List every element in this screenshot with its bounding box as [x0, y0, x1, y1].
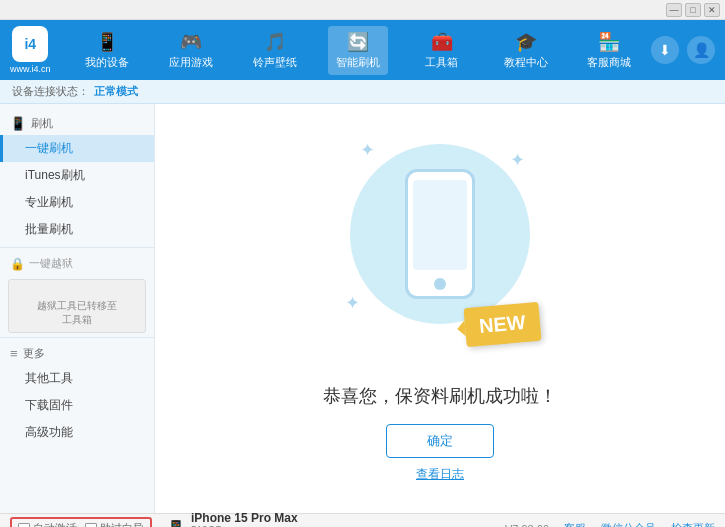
- device-area: 自动激活 助过向导 📱 iPhone 15 Pro Max 512GB iPho…: [10, 511, 505, 528]
- phone-circle-bg: [350, 144, 530, 324]
- auto-activate-checkbox[interactable]: 自动激活: [18, 521, 77, 527]
- update-link[interactable]: 检查更新: [671, 521, 715, 527]
- phone-screen: [413, 180, 467, 270]
- nav-my-device[interactable]: 📱 我的设备: [77, 26, 137, 75]
- sidebar-item-other-tools[interactable]: 其他工具: [0, 365, 154, 392]
- sidebar: 📱 刷机 一键刷机 iTunes刷机 专业刷机 批量刷机 🔒 一键越狱: [0, 104, 155, 513]
- sidebar-divider-2: [0, 337, 154, 338]
- sidebar-item-advanced[interactable]: 高级功能: [0, 419, 154, 446]
- auto-activate-check[interactable]: [18, 523, 30, 528]
- header-actions: ⬇ 👤: [651, 36, 715, 64]
- sparkle-3: ✦: [345, 292, 360, 314]
- sidebar-item-itunes-flash[interactable]: iTunes刷机: [0, 162, 154, 189]
- more-section-icon: ≡: [10, 346, 18, 361]
- nav-ringtones-label: 铃声壁纸: [253, 55, 297, 70]
- sparkle-1: ✦: [360, 139, 375, 161]
- nav-service[interactable]: 🏪 客服商城: [579, 26, 639, 75]
- nav-apps-games[interactable]: 🎮 应用游戏: [161, 26, 221, 75]
- sidebar-item-pro-flash[interactable]: 专业刷机: [0, 189, 154, 216]
- nav-tutorial[interactable]: 🎓 教程中心: [496, 26, 556, 75]
- phone-home-btn: [434, 278, 446, 290]
- flash-section-icon: 📱: [10, 116, 26, 131]
- main-content: ✦ ✦ ✦ NEW 恭喜您，保资料刷机成功啦！ 确定 查看日志: [155, 104, 725, 513]
- apps-games-icon: 🎮: [180, 31, 202, 53]
- device-info: 📱 iPhone 15 Pro Max 512GB iPhone: [166, 511, 298, 528]
- phone-illustration: ✦ ✦ ✦ NEW: [340, 134, 540, 364]
- nav-toolbox-label: 工具箱: [425, 55, 458, 70]
- guided-activate-label: 助过向导: [100, 521, 144, 527]
- nav-ringtones[interactable]: 🎵 铃声壁纸: [245, 26, 305, 75]
- sidebar-item-onekey-flash[interactable]: 一键刷机: [0, 135, 154, 162]
- window-close[interactable]: ✕: [704, 3, 720, 17]
- nav-smart-flash-label: 智能刷机: [336, 55, 380, 70]
- window-maximize[interactable]: □: [685, 3, 701, 17]
- logo-icon: i4: [12, 26, 48, 62]
- status-value: 正常模式: [94, 84, 138, 99]
- phone-body: [405, 169, 475, 299]
- nav-service-label: 客服商城: [587, 55, 631, 70]
- version-label: V7.98.66: [505, 523, 549, 528]
- nav-bar: 📱 我的设备 🎮 应用游戏 🎵 铃声壁纸 🔄 智能刷机 🧰 工具箱 🎓: [66, 26, 651, 75]
- flash-section-label: 刷机: [31, 116, 53, 131]
- download-button[interactable]: ⬇: [651, 36, 679, 64]
- sidebar-section-flash[interactable]: 📱 刷机: [0, 112, 154, 135]
- app-header: i4 www.i4.cn 📱 我的设备 🎮 应用游戏 🎵 铃声壁纸 🔄 智能刷机…: [0, 20, 725, 80]
- smart-flash-icon: 🔄: [347, 31, 369, 53]
- tutorial-icon: 🎓: [515, 31, 537, 53]
- sidebar-section-jailbreak: 🔒 一键越狱: [0, 252, 154, 275]
- app-window: — □ ✕ i4 www.i4.cn 📱 我的设备 🎮 应用游戏 🎵 铃声壁纸 …: [0, 0, 725, 527]
- support-link[interactable]: 客服: [564, 521, 586, 527]
- device-name: iPhone 15 Pro Max: [191, 511, 298, 525]
- bottom-device-bar: 自动激活 助过向导 📱 iPhone 15 Pro Max 512GB iPho…: [0, 513, 725, 527]
- status-bar: 设备连接状态： 正常模式: [0, 80, 725, 104]
- auto-activate-label: 自动激活: [33, 521, 77, 527]
- sidebar-item-batch-flash[interactable]: 批量刷机: [0, 216, 154, 243]
- lock-icon: 🔒: [10, 257, 25, 271]
- window-title-bar: — □ ✕: [0, 0, 725, 20]
- ringtones-icon: 🎵: [264, 31, 286, 53]
- sidebar-section-more[interactable]: ≡ 更多: [0, 342, 154, 365]
- toolbox-icon: 🧰: [431, 31, 453, 53]
- user-button[interactable]: 👤: [687, 36, 715, 64]
- status-prefix: 设备连接状态：: [12, 84, 89, 99]
- nav-smart-flash[interactable]: 🔄 智能刷机: [328, 26, 388, 75]
- checkbox-area: 自动激活 助过向导: [10, 517, 152, 527]
- wechat-link[interactable]: 微信公众号: [601, 521, 656, 527]
- sidebar-divider-1: [0, 247, 154, 248]
- sparkle-2: ✦: [510, 149, 525, 171]
- new-badge: NEW: [464, 302, 542, 347]
- guided-activate-checkbox[interactable]: 助过向导: [85, 521, 144, 527]
- my-device-icon: 📱: [96, 31, 118, 53]
- sidebar-jailbreak-notice: 越狱工具已转移至 工具箱: [8, 279, 146, 333]
- device-details: iPhone 15 Pro Max 512GB iPhone: [191, 511, 298, 528]
- nav-toolbox[interactable]: 🧰 工具箱: [412, 26, 472, 75]
- nav-tutorial-label: 教程中心: [504, 55, 548, 70]
- nav-my-device-label: 我的设备: [85, 55, 129, 70]
- view-log-link[interactable]: 查看日志: [416, 466, 464, 483]
- bottom-right: V7.98.66 客服 微信公众号 检查更新: [505, 521, 715, 527]
- guided-activate-check[interactable]: [85, 523, 97, 528]
- sidebar-item-download-fw[interactable]: 下载固件: [0, 392, 154, 419]
- app-logo: i4 www.i4.cn: [10, 26, 51, 74]
- more-section-label: 更多: [23, 346, 45, 361]
- window-minimize[interactable]: —: [666, 3, 682, 17]
- nav-apps-games-label: 应用游戏: [169, 55, 213, 70]
- success-message: 恭喜您，保资料刷机成功啦！: [323, 384, 557, 408]
- service-icon: 🏪: [598, 31, 620, 53]
- logo-url: www.i4.cn: [10, 64, 51, 74]
- main-area: 📱 刷机 一键刷机 iTunes刷机 专业刷机 批量刷机 🔒 一键越狱: [0, 104, 725, 513]
- confirm-button[interactable]: 确定: [386, 424, 494, 458]
- device-phone-icon: 📱: [166, 519, 186, 527]
